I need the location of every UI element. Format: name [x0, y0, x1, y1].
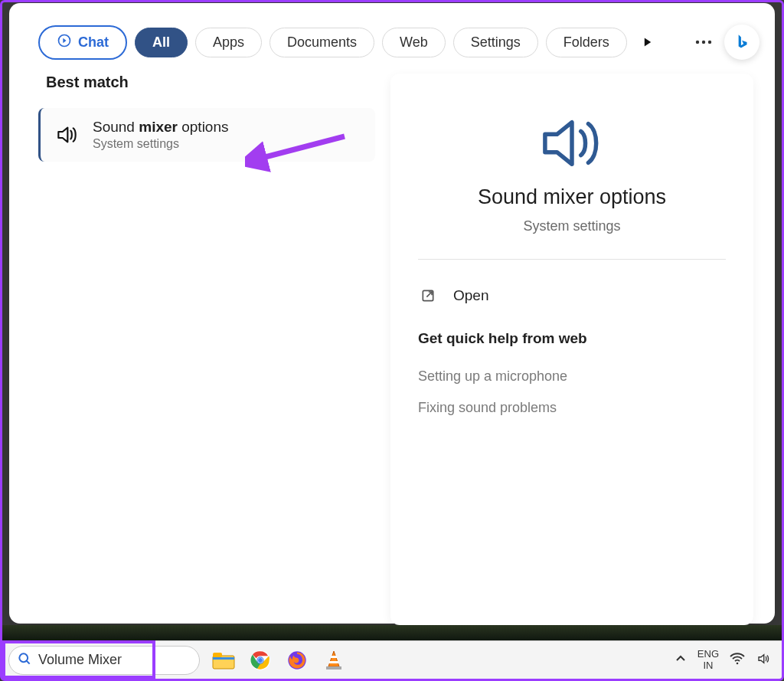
wifi-icon[interactable]: [730, 653, 745, 667]
help-link-sound-problems[interactable]: Fixing sound problems: [418, 392, 726, 424]
desktop-background-strip: [2, 625, 782, 640]
results-content: Best match Sound mixer options System se…: [9, 74, 775, 640]
results-left-column: Best match Sound mixer options System se…: [38, 74, 375, 625]
speaker-large-icon: [535, 113, 609, 176]
firefox-icon[interactable]: [284, 647, 310, 673]
filter-apps[interactable]: Apps: [195, 28, 262, 57]
language-indicator[interactable]: ENG IN: [697, 649, 719, 671]
help-link-microphone[interactable]: Setting up a microphone: [418, 361, 726, 392]
result-text: Sound mixer options System settings: [93, 119, 228, 151]
details-subtitle: System settings: [523, 218, 620, 234]
svg-point-3: [708, 41, 711, 44]
filter-documents[interactable]: Documents: [270, 28, 374, 57]
svg-point-14: [258, 658, 263, 663]
details-panel: Sound mixer options System settings Open…: [390, 74, 753, 625]
filters-overflow-arrow[interactable]: [635, 29, 661, 55]
bing-button[interactable]: [724, 25, 760, 60]
svg-rect-9: [213, 653, 222, 657]
search-flyout: Chat All Apps Documents Web Settings Fol…: [9, 3, 775, 624]
search-icon: [17, 651, 32, 670]
system-tray: ENG IN: [675, 649, 776, 671]
speaker-icon: [53, 123, 80, 147]
filter-chat[interactable]: Chat: [38, 25, 127, 60]
best-match-heading: Best match: [38, 74, 375, 91]
svg-rect-18: [326, 666, 341, 670]
result-title: Sound mixer options: [93, 119, 228, 136]
more-options-icon[interactable]: [691, 29, 717, 55]
open-external-icon: [420, 287, 436, 304]
tray-overflow-chevron-icon[interactable]: [675, 653, 687, 667]
taskbar: ENG IN: [2, 640, 782, 679]
divider: [418, 259, 726, 260]
result-subtitle: System settings: [93, 137, 228, 151]
action-open-label: Open: [453, 287, 488, 304]
volume-icon[interactable]: [756, 652, 771, 668]
filter-folders[interactable]: Folders: [546, 28, 627, 57]
svg-rect-10: [213, 657, 234, 660]
svg-line-7: [27, 660, 30, 663]
filter-all[interactable]: All: [135, 28, 188, 57]
vlc-icon[interactable]: [321, 647, 347, 673]
filter-chat-label: Chat: [78, 34, 109, 51]
svg-rect-16: [331, 656, 337, 658]
taskbar-search-input[interactable]: [38, 652, 216, 668]
filter-web[interactable]: Web: [382, 28, 446, 57]
taskbar-search-box[interactable]: [8, 646, 200, 675]
svg-point-2: [702, 41, 705, 44]
svg-rect-17: [329, 661, 338, 663]
filter-settings[interactable]: Settings: [453, 28, 538, 57]
svg-point-1: [696, 41, 699, 44]
chrome-icon[interactable]: [247, 647, 273, 673]
bing-chat-icon: [57, 33, 72, 52]
filter-bar: Chat All Apps Documents Web Settings Fol…: [9, 3, 775, 74]
file-explorer-icon[interactable]: [211, 647, 237, 673]
action-open[interactable]: Open: [418, 280, 726, 312]
details-title: Sound mixer options: [478, 185, 666, 209]
svg-point-19: [737, 663, 739, 665]
help-header: Get quick help from web: [418, 330, 726, 347]
result-sound-mixer-options[interactable]: Sound mixer options System settings: [38, 108, 375, 162]
